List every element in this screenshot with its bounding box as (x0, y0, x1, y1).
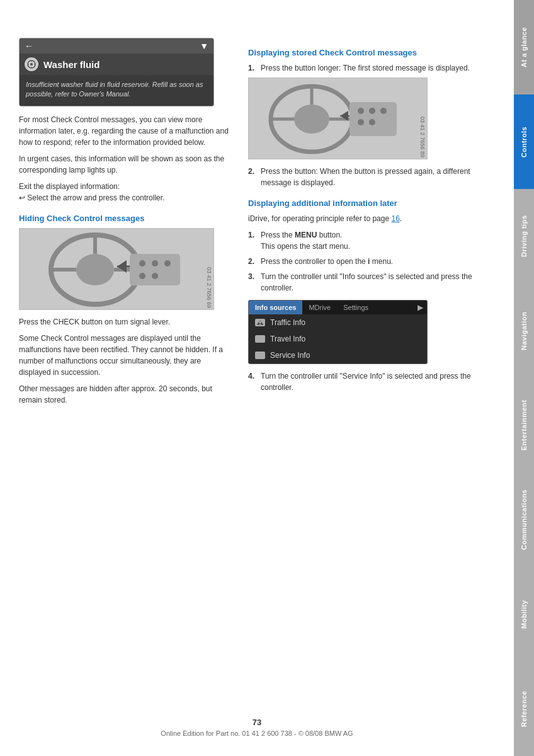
display-body: Insufficient washer fluid in fluid reser… (20, 75, 213, 106)
display-body-text: Insufficient washer fluid in fluid reser… (26, 80, 207, 100)
menu-tab-info-sources[interactable]: Info sources (249, 301, 302, 314)
menu-item-service-label: Service Info (270, 351, 310, 360)
other-messages-text: Other messages are hidden after approx. … (19, 383, 233, 406)
exit-info-label: Exit the displayed information: ↩ Select… (19, 181, 233, 203)
exit-info-detail: Select the arrow and press the controlle… (27, 193, 164, 202)
info-sources-menu: Info sources MDrive Settings ▶ (248, 300, 428, 364)
hiding-heading: Hiding Check Control messages (19, 214, 233, 223)
i-icon-bold: i (368, 257, 370, 266)
stored-step-2: 2. Press the button: When the button is … (248, 166, 495, 188)
menu-tab-settings[interactable]: Settings (337, 301, 375, 314)
sidebar-tab-navigation[interactable]: Navigation (514, 284, 534, 378)
display-title-row: Washer fluid (20, 54, 213, 75)
main-content: ← ▼ Washer fluid (0, 0, 514, 756)
r-step2-num: 2. (248, 256, 257, 267)
svg-point-13 (139, 260, 145, 266)
menu-item-travel-label: Travel Info (270, 335, 305, 343)
svg-point-31 (369, 119, 375, 125)
steering-image-left: 03 41 2 7656 69 (19, 228, 214, 310)
press-check-text: Press the CHECK button on turn signal le… (19, 316, 233, 328)
menu-item-travel[interactable]: Travel Info (249, 331, 427, 347)
r-step3-num: 3. (248, 271, 257, 294)
back-arrow-icon: ← (25, 41, 33, 51)
svg-point-15 (164, 260, 171, 266)
svg-point-8 (76, 254, 114, 285)
svg-point-14 (152, 260, 158, 266)
r-step2-content: Press the controller to open the i menu. (261, 256, 393, 267)
sidebar-tab-reference[interactable]: Reference (514, 662, 534, 756)
traffic-icon (255, 319, 265, 326)
left-column: ← ▼ Washer fluid (19, 38, 233, 411)
menu-bold: MENU (295, 231, 317, 239)
menu-item-traffic-label: Traffic Info (270, 318, 305, 327)
additional-steps-list: 1. Press the MENU button.This opens the … (248, 229, 495, 294)
svg-point-16 (139, 273, 145, 279)
menu-header: Info sources MDrive Settings ▶ (249, 301, 427, 314)
travel-icon (255, 335, 265, 343)
r-step-1: 1. Press the MENU button.This opens the … (248, 229, 495, 252)
display-title: Washer fluid (43, 59, 99, 70)
r-step4-num: 4. (248, 370, 257, 393)
stored-step-1: 1. Press the button longer: The first st… (248, 62, 495, 74)
menu-item-traffic[interactable]: Traffic Info (249, 314, 427, 331)
display-header: ← ▼ (20, 38, 213, 54)
intro-text-1: For most Check Control messages, you can… (19, 114, 233, 148)
r-step4-text: Turn the controller until "Service Info"… (261, 370, 495, 393)
svg-point-29 (380, 108, 387, 114)
sidebar-tab-communications[interactable]: Communications (514, 472, 534, 567)
right-image-1-label: 03 41 2 7656 89 (419, 117, 426, 158)
exit-icon: ↩ (19, 193, 25, 202)
step1-num: 1. (248, 62, 257, 74)
copyright-text: Online Edition for Part no. 01 41 2 600 … (0, 730, 514, 737)
svg-point-22 (294, 105, 329, 134)
r-step1-content: Press the MENU button.This opens the sta… (261, 229, 350, 252)
left-image-label: 03 41 2 7656 69 (206, 267, 212, 308)
r-step-4: 4. Turn the controller until "Service In… (248, 370, 495, 393)
step4-list: 4. Turn the controller until "Service In… (248, 370, 495, 393)
sidebar: At a glance Controls Driving tips Naviga… (514, 0, 534, 756)
svg-point-17 (152, 273, 158, 279)
svg-rect-12 (130, 254, 180, 285)
down-arrow-icon: ▼ (200, 41, 208, 51)
intro-text-2: In urgent cases, this information will b… (19, 153, 233, 176)
sidebar-tab-mobility[interactable]: Mobility (514, 567, 534, 662)
additional-heading: Displaying additional information later (248, 198, 495, 208)
stored-heading: Displaying stored Check Control messages (248, 48, 495, 57)
svg-point-27 (358, 108, 364, 114)
idrive-text: iDrive, for operating principle refer to… (248, 213, 495, 224)
some-check-text: Some Check Control messages are displaye… (19, 333, 233, 378)
menu-tab-mdrive[interactable]: MDrive (302, 301, 337, 314)
stored-steps-list: 1. Press the button longer: The first st… (248, 62, 495, 74)
svg-point-28 (369, 108, 375, 114)
washer-icon (25, 57, 38, 71)
r-step2-end-text: menu. (372, 257, 393, 266)
steering-image-right-1: 03 41 2 7656 89 (248, 77, 428, 159)
page-number: 73 (0, 718, 514, 727)
right-column: Displaying stored Check Control messages… (248, 38, 495, 411)
r-step-2: 2. Press the controller to open the i me… (248, 256, 495, 267)
check-control-display: ← ▼ Washer fluid (19, 38, 214, 106)
svg-point-30 (358, 119, 364, 125)
sidebar-tab-driving-tips[interactable]: Driving tips (514, 189, 534, 284)
stored-step2-list: 2. Press the button: When the button is … (248, 166, 495, 188)
sidebar-tab-controls[interactable]: Controls (514, 94, 534, 189)
step1-text: Press the button longer: The first store… (261, 62, 470, 74)
sidebar-tab-entertainment[interactable]: Entertainment (514, 378, 534, 472)
svg-point-36 (259, 324, 261, 325)
r-step-3: 3. Turn the controller until "Info sourc… (248, 271, 495, 294)
svg-rect-26 (349, 102, 397, 136)
sidebar-tab-at-a-glance[interactable]: At a glance (514, 0, 534, 94)
service-icon (255, 352, 265, 359)
idrive-link[interactable]: 16 (391, 214, 399, 223)
menu-item-service[interactable]: Service Info (249, 347, 427, 364)
menu-arrow-icon: ▶ (418, 303, 423, 312)
svg-point-1 (30, 63, 33, 66)
svg-rect-37 (256, 337, 264, 341)
r-step3-text: Turn the controller until "Info sources"… (261, 271, 495, 294)
step2-num: 2. (248, 166, 257, 188)
step2-text: Press the button: When the button is pre… (261, 166, 495, 188)
r-step1-num: 1. (248, 229, 257, 252)
page-footer: 73 Online Edition for Part no. 01 41 2 6… (0, 718, 514, 737)
